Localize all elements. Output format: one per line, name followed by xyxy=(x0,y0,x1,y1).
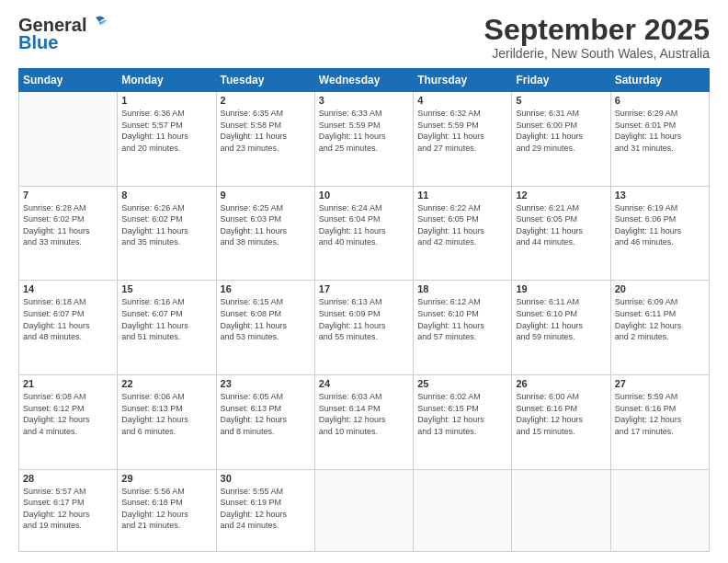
calendar-cell: 9Sunrise: 6:25 AM Sunset: 6:03 PM Daylig… xyxy=(216,186,314,281)
location: Jerilderie, New South Wales, Australia xyxy=(484,46,710,61)
calendar-cell: 24Sunrise: 6:03 AM Sunset: 6:14 PM Dayli… xyxy=(314,374,413,469)
day-info: Sunrise: 6:13 AM Sunset: 6:09 PM Dayligh… xyxy=(319,296,409,342)
day-number: 5 xyxy=(516,95,606,106)
day-number: 29 xyxy=(121,473,211,484)
header: General Blue September 2025 Jerilderie, … xyxy=(18,15,710,61)
day-info: Sunrise: 6:22 AM Sunset: 6:05 PM Dayligh… xyxy=(417,202,507,248)
day-number: 17 xyxy=(319,283,409,294)
header-saturday: Saturday xyxy=(610,69,709,92)
calendar-cell: 14Sunrise: 6:18 AM Sunset: 6:07 PM Dayli… xyxy=(19,281,118,375)
header-thursday: Thursday xyxy=(414,69,512,92)
day-info: Sunrise: 5:57 AM Sunset: 6:17 PM Dayligh… xyxy=(23,486,113,532)
calendar-cell xyxy=(610,469,709,551)
day-info: Sunrise: 6:33 AM Sunset: 5:59 PM Dayligh… xyxy=(319,108,409,154)
calendar-cell: 30Sunrise: 5:55 AM Sunset: 6:19 PM Dayli… xyxy=(216,469,314,551)
calendar-cell: 18Sunrise: 6:12 AM Sunset: 6:10 PM Dayli… xyxy=(414,281,512,375)
day-number: 25 xyxy=(417,378,507,389)
day-info: Sunrise: 6:06 AM Sunset: 6:13 PM Dayligh… xyxy=(121,391,211,437)
day-info: Sunrise: 6:36 AM Sunset: 5:57 PM Dayligh… xyxy=(121,108,211,154)
day-number: 3 xyxy=(319,95,409,106)
header-tuesday: Tuesday xyxy=(216,69,314,92)
calendar-cell: 27Sunrise: 5:59 AM Sunset: 6:16 PM Dayli… xyxy=(610,374,709,469)
day-number: 15 xyxy=(121,283,211,294)
calendar-cell: 17Sunrise: 6:13 AM Sunset: 6:09 PM Dayli… xyxy=(314,281,413,375)
calendar-cell xyxy=(512,469,610,551)
calendar-cell: 21Sunrise: 6:08 AM Sunset: 6:12 PM Dayli… xyxy=(19,374,118,469)
day-info: Sunrise: 6:08 AM Sunset: 6:12 PM Dayligh… xyxy=(23,391,113,437)
day-info: Sunrise: 5:55 AM Sunset: 6:19 PM Dayligh… xyxy=(221,486,311,532)
calendar-cell: 8Sunrise: 6:26 AM Sunset: 6:02 PM Daylig… xyxy=(118,186,216,281)
day-info: Sunrise: 6:18 AM Sunset: 6:07 PM Dayligh… xyxy=(23,296,113,342)
calendar-cell: 7Sunrise: 6:28 AM Sunset: 6:02 PM Daylig… xyxy=(19,186,118,281)
page: General Blue September 2025 Jerilderie, … xyxy=(0,0,728,563)
day-number: 2 xyxy=(221,95,311,106)
day-number: 30 xyxy=(221,473,311,484)
calendar-cell: 10Sunrise: 6:24 AM Sunset: 6:04 PM Dayli… xyxy=(314,186,413,281)
day-number: 13 xyxy=(615,190,705,201)
calendar-cell: 28Sunrise: 5:57 AM Sunset: 6:17 PM Dayli… xyxy=(19,469,118,551)
calendar-table: Sunday Monday Tuesday Wednesday Thursday… xyxy=(18,68,710,552)
header-friday: Friday xyxy=(512,69,610,92)
day-info: Sunrise: 5:56 AM Sunset: 6:18 PM Dayligh… xyxy=(121,486,211,532)
day-info: Sunrise: 6:24 AM Sunset: 6:04 PM Dayligh… xyxy=(319,202,409,248)
day-number: 24 xyxy=(319,378,409,389)
calendar-cell: 22Sunrise: 6:06 AM Sunset: 6:13 PM Dayli… xyxy=(118,374,216,469)
day-number: 21 xyxy=(23,378,113,389)
calendar-cell: 6Sunrise: 6:29 AM Sunset: 6:01 PM Daylig… xyxy=(610,92,709,187)
calendar-cell: 5Sunrise: 6:31 AM Sunset: 6:00 PM Daylig… xyxy=(512,92,610,187)
day-number: 18 xyxy=(417,283,507,294)
day-info: Sunrise: 6:02 AM Sunset: 6:15 PM Dayligh… xyxy=(417,391,507,437)
day-number: 20 xyxy=(615,283,705,294)
calendar-cell: 15Sunrise: 6:16 AM Sunset: 6:07 PM Dayli… xyxy=(118,281,216,375)
day-number: 28 xyxy=(23,473,113,484)
day-info: Sunrise: 6:26 AM Sunset: 6:02 PM Dayligh… xyxy=(121,202,211,248)
day-number: 4 xyxy=(417,95,507,106)
day-number: 8 xyxy=(121,190,211,201)
day-number: 14 xyxy=(23,283,113,294)
day-number: 11 xyxy=(417,190,507,201)
calendar-cell: 12Sunrise: 6:21 AM Sunset: 6:05 PM Dayli… xyxy=(512,186,610,281)
calendar-cell xyxy=(314,469,413,551)
day-number: 7 xyxy=(23,190,113,201)
calendar-cell: 13Sunrise: 6:19 AM Sunset: 6:06 PM Dayli… xyxy=(610,186,709,281)
month-title: September 2025 xyxy=(484,15,710,44)
day-number: 23 xyxy=(221,378,311,389)
day-info: Sunrise: 6:28 AM Sunset: 6:02 PM Dayligh… xyxy=(23,202,113,248)
day-info: Sunrise: 6:11 AM Sunset: 6:10 PM Dayligh… xyxy=(516,296,606,342)
day-info: Sunrise: 6:31 AM Sunset: 6:00 PM Dayligh… xyxy=(516,108,606,154)
day-number: 6 xyxy=(615,95,705,106)
calendar-cell: 2Sunrise: 6:35 AM Sunset: 5:58 PM Daylig… xyxy=(216,92,314,187)
day-number: 1 xyxy=(121,95,211,106)
day-info: Sunrise: 5:59 AM Sunset: 6:16 PM Dayligh… xyxy=(615,391,705,437)
day-number: 19 xyxy=(516,283,606,294)
header-sunday: Sunday xyxy=(19,69,118,92)
calendar-cell: 26Sunrise: 6:00 AM Sunset: 6:16 PM Dayli… xyxy=(512,374,610,469)
header-wednesday: Wednesday xyxy=(314,69,413,92)
day-info: Sunrise: 6:21 AM Sunset: 6:05 PM Dayligh… xyxy=(516,202,606,248)
day-number: 26 xyxy=(516,378,606,389)
day-number: 12 xyxy=(516,190,606,201)
day-number: 10 xyxy=(319,190,409,201)
day-info: Sunrise: 6:35 AM Sunset: 5:58 PM Dayligh… xyxy=(221,108,311,154)
day-info: Sunrise: 6:05 AM Sunset: 6:13 PM Dayligh… xyxy=(221,391,311,437)
calendar-cell: 16Sunrise: 6:15 AM Sunset: 6:08 PM Dayli… xyxy=(216,281,314,375)
calendar-cell: 19Sunrise: 6:11 AM Sunset: 6:10 PM Dayli… xyxy=(512,281,610,375)
day-info: Sunrise: 6:29 AM Sunset: 6:01 PM Dayligh… xyxy=(615,108,705,154)
header-monday: Monday xyxy=(118,69,216,92)
day-number: 22 xyxy=(121,378,211,389)
day-info: Sunrise: 6:15 AM Sunset: 6:08 PM Dayligh… xyxy=(221,296,311,342)
day-info: Sunrise: 6:03 AM Sunset: 6:14 PM Dayligh… xyxy=(319,391,409,437)
logo-bird-icon xyxy=(88,14,108,34)
calendar-cell: 25Sunrise: 6:02 AM Sunset: 6:15 PM Dayli… xyxy=(414,374,512,469)
day-number: 9 xyxy=(221,190,311,201)
calendar-cell: 20Sunrise: 6:09 AM Sunset: 6:11 PM Dayli… xyxy=(610,281,709,375)
calendar-cell: 23Sunrise: 6:05 AM Sunset: 6:13 PM Dayli… xyxy=(216,374,314,469)
calendar-cell: 29Sunrise: 5:56 AM Sunset: 6:18 PM Dayli… xyxy=(118,469,216,551)
day-number: 16 xyxy=(221,283,311,294)
logo-blue-text: Blue xyxy=(18,32,58,53)
calendar-cell: 1Sunrise: 6:36 AM Sunset: 5:57 PM Daylig… xyxy=(118,92,216,187)
calendar-cell: 11Sunrise: 6:22 AM Sunset: 6:05 PM Dayli… xyxy=(414,186,512,281)
title-section: September 2025 Jerilderie, New South Wal… xyxy=(484,15,710,61)
calendar-cell xyxy=(414,469,512,551)
calendar-cell: 4Sunrise: 6:32 AM Sunset: 5:59 PM Daylig… xyxy=(414,92,512,187)
